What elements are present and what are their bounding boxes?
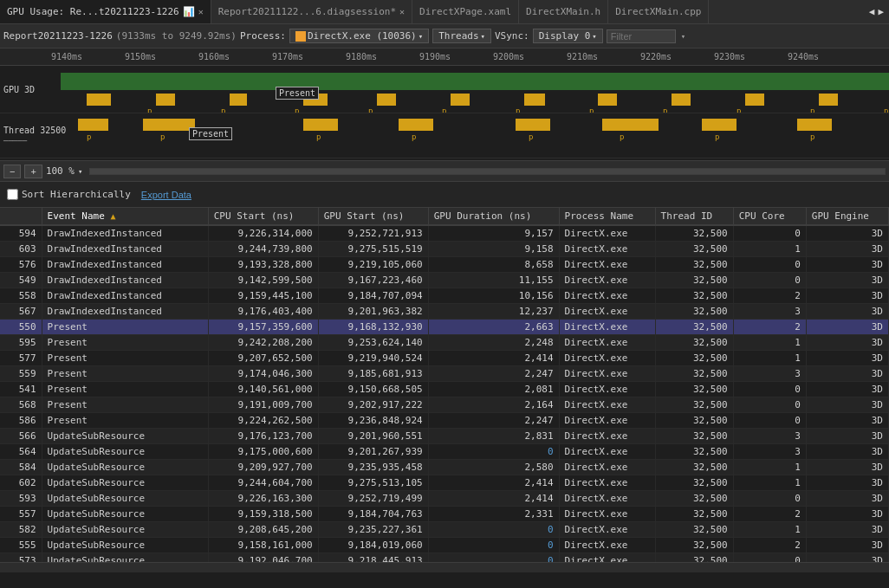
bottom-scrollbar[interactable] bbox=[0, 562, 889, 572]
zoom-in-button[interactable]: + bbox=[24, 165, 42, 178]
p-marker-5: p bbox=[442, 107, 446, 113]
table-row[interactable]: 576 DrawIndexedInstanced 9,193,328,800 9… bbox=[0, 257, 889, 273]
cell-process: DirectX.exe bbox=[559, 351, 655, 366]
cell-thread: 32,500 bbox=[655, 288, 733, 304]
display-chevron-icon: ▾ bbox=[592, 32, 596, 41]
cell-cpu-start: 9,193,328,800 bbox=[208, 257, 318, 273]
col-process-name[interactable]: Process Name bbox=[559, 208, 655, 225]
sort-hierarchically-label[interactable]: Sort Hierarchically bbox=[7, 189, 131, 200]
col-gpu-start[interactable]: GPU Start (ns) bbox=[318, 208, 428, 225]
cell-cpu-start: 9,159,318,500 bbox=[208, 507, 318, 522]
tab-scroll-left[interactable]: ◀ bbox=[869, 6, 875, 17]
display-dropdown[interactable]: Display 0 ▾ bbox=[533, 29, 603, 43]
threads-label: Threads bbox=[438, 30, 478, 42]
thread-row[interactable]: Thread 32500 ───── p p p p p p p p p Pre bbox=[0, 113, 889, 158]
tab-directx-main-h[interactable]: DirectXMain.h bbox=[519, 0, 608, 23]
table-row[interactable]: 550 Present 9,157,359,600 9,168,132,930 … bbox=[0, 320, 889, 335]
cell-event: UpdateSubResource bbox=[42, 553, 208, 563]
cell-event: DrawIndexedInstanced bbox=[42, 225, 208, 242]
export-data-button[interactable]: Export Data bbox=[141, 190, 191, 200]
table-row[interactable]: 559 Present 9,174,046,300 9,185,681,913 … bbox=[0, 366, 889, 382]
tab-scroll-right[interactable]: ▶ bbox=[878, 6, 884, 17]
cell-gpu-duration: 2,331 bbox=[428, 507, 559, 522]
cell-gpu-engine: 3D bbox=[806, 242, 888, 257]
thread-yellow-6 bbox=[602, 119, 659, 131]
process-dropdown[interactable]: DirectX.exe (10036) ▾ bbox=[289, 29, 429, 43]
cell-num: 602 bbox=[0, 475, 42, 491]
tab-overflow: ◀ ▶ bbox=[864, 6, 889, 17]
table-row[interactable]: 568 Present 9,191,009,700 9,202,917,222 … bbox=[0, 397, 889, 413]
cell-num: 541 bbox=[0, 382, 42, 397]
table-row[interactable]: 567 DrawIndexedInstanced 9,176,403,400 9… bbox=[0, 304, 889, 320]
tab-report-close[interactable]: ✕ bbox=[399, 7, 405, 16]
col-cpu-start[interactable]: CPU Start (ns) bbox=[208, 208, 318, 225]
table-row[interactable]: 566 UpdateSubResource 9,176,123,700 9,20… bbox=[0, 429, 889, 444]
cell-gpu-engine: 3D bbox=[806, 366, 888, 382]
table-row[interactable]: 586 Present 9,224,262,500 9,236,848,924 … bbox=[0, 413, 889, 429]
col-cpu-core[interactable]: CPU Core bbox=[733, 208, 806, 225]
cell-gpu-duration: 0 bbox=[428, 553, 559, 563]
timeline-scrollbar[interactable] bbox=[89, 168, 886, 175]
table-row[interactable]: 541 Present 9,140,561,000 9,150,668,505 … bbox=[0, 382, 889, 397]
thread-track[interactable]: p p p p p p p p p Present bbox=[61, 113, 889, 158]
tab-gpu-usage-close[interactable]: ✕ bbox=[198, 7, 204, 16]
table-row[interactable]: 573 UpdateSubResource 9,192,046,700 9,21… bbox=[0, 553, 889, 563]
table-row[interactable]: 595 Present 9,242,208,200 9,253,624,140 … bbox=[0, 335, 889, 351]
table-row[interactable]: 564 UpdateSubResource 9,175,000,600 9,20… bbox=[0, 444, 889, 460]
table-row[interactable]: 558 DrawIndexedInstanced 9,159,445,100 9… bbox=[0, 288, 889, 304]
cell-gpu-start: 9,201,960,551 bbox=[318, 429, 428, 444]
cell-gpu-duration: 2,247 bbox=[428, 413, 559, 429]
cell-cpu-core: 1 bbox=[733, 460, 806, 475]
cell-gpu-duration: 2,580 bbox=[428, 460, 559, 475]
cell-num: 582 bbox=[0, 522, 42, 538]
table-row[interactable]: 594 DrawIndexedInstanced 9,226,314,000 9… bbox=[0, 225, 889, 242]
cell-event: DrawIndexedInstanced bbox=[42, 242, 208, 257]
gpu-yellow-5 bbox=[377, 94, 396, 106]
table-row[interactable]: 577 Present 9,207,652,500 9,219,940,524 … bbox=[0, 351, 889, 366]
cell-gpu-duration: 2,831 bbox=[428, 429, 559, 444]
cell-gpu-start: 9,253,624,140 bbox=[318, 335, 428, 351]
table-row[interactable]: 549 DrawIndexedInstanced 9,142,599,500 9… bbox=[0, 273, 889, 288]
tab-directx-page[interactable]: DirectXPage.xaml bbox=[412, 0, 519, 23]
tab-directx-main-cpp-label: DirectXMain.cpp bbox=[615, 6, 701, 17]
timeline-scrollbar-thumb[interactable] bbox=[90, 169, 885, 174]
table-row[interactable]: 593 UpdateSubResource 9,226,163,300 9,25… bbox=[0, 491, 889, 507]
cell-gpu-start: 9,252,721,913 bbox=[318, 225, 428, 242]
table-row[interactable]: 584 UpdateSubResource 9,209,927,700 9,23… bbox=[0, 460, 889, 475]
cell-cpu-core: 0 bbox=[733, 553, 806, 563]
table-row[interactable]: 555 UpdateSubResource 9,158,161,000 9,18… bbox=[0, 538, 889, 553]
table-row[interactable]: 603 DrawIndexedInstanced 9,244,739,800 9… bbox=[0, 242, 889, 257]
sort-hierarchically-checkbox[interactable] bbox=[7, 189, 18, 200]
col-thread-id[interactable]: Thread ID bbox=[655, 208, 733, 225]
tab-gpu-usage-icon: 📊 bbox=[183, 6, 195, 17]
col-event-name[interactable]: Event Name ▲ bbox=[42, 208, 208, 225]
table-row[interactable]: 602 UpdateSubResource 9,244,604,700 9,27… bbox=[0, 475, 889, 491]
cell-cpu-start: 9,244,739,800 bbox=[208, 242, 318, 257]
ruler-tick-7: 9210ms bbox=[567, 52, 598, 61]
cell-thread: 32,500 bbox=[655, 304, 733, 320]
tp-marker-3: p bbox=[316, 132, 321, 141]
zoom-out-button[interactable]: − bbox=[3, 165, 21, 178]
filter-input[interactable] bbox=[607, 29, 676, 43]
cell-gpu-engine: 3D bbox=[806, 460, 888, 475]
cell-gpu-engine: 3D bbox=[806, 320, 888, 335]
col-gpu-engine[interactable]: GPU Engine bbox=[806, 208, 888, 225]
table-row[interactable]: 557 UpdateSubResource 9,159,318,500 9,18… bbox=[0, 507, 889, 522]
cell-cpu-core: 1 bbox=[733, 475, 806, 491]
gpu-track[interactable]: p p p p p p p p p p p Present bbox=[61, 66, 889, 113]
cell-gpu-engine: 3D bbox=[806, 257, 888, 273]
tp-marker-7: p bbox=[715, 132, 719, 141]
tab-gpu-usage[interactable]: GPU Usage: Re...t20211223-1226 📊 ✕ bbox=[0, 0, 211, 23]
events-table: Event Name ▲ CPU Start (ns) GPU Start (n… bbox=[0, 208, 889, 562]
table-row[interactable]: 582 UpdateSubResource 9,208,645,200 9,23… bbox=[0, 522, 889, 538]
cell-process: DirectX.exe bbox=[559, 413, 655, 429]
gpu-3d-row[interactable]: GPU 3D p p p p p p p p p bbox=[0, 66, 889, 113]
table-wrapper[interactable]: Event Name ▲ CPU Start (ns) GPU Start (n… bbox=[0, 208, 889, 562]
cell-num: 593 bbox=[0, 491, 42, 507]
thread-yellow-2 bbox=[143, 119, 195, 131]
cell-thread: 32,500 bbox=[655, 257, 733, 273]
threads-dropdown[interactable]: Threads ▾ bbox=[432, 29, 491, 43]
col-gpu-duration[interactable]: GPU Duration (ns) bbox=[428, 208, 559, 225]
tab-directx-main-cpp[interactable]: DirectXMain.cpp bbox=[608, 0, 709, 23]
tab-report[interactable]: Report20211122...6.diagsession* ✕ bbox=[211, 0, 412, 23]
